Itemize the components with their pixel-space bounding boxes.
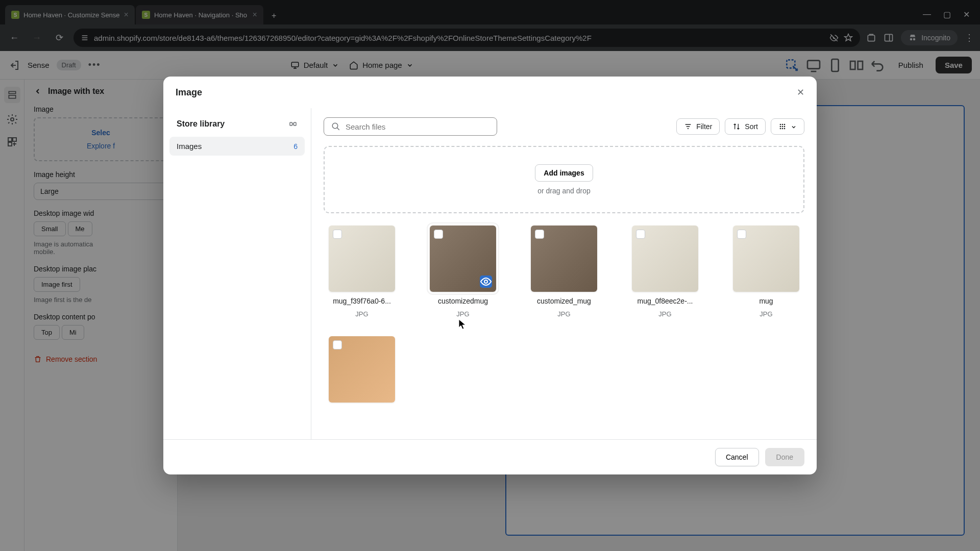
image-type: JPG xyxy=(557,310,570,318)
image-thumbnail[interactable] xyxy=(430,226,496,292)
svg-point-24 xyxy=(782,126,783,128)
image-grid-item[interactable]: mug_0f8eec2e-...JPG xyxy=(627,226,703,318)
search-icon xyxy=(331,122,340,131)
svg-point-21 xyxy=(782,124,783,126)
done-button: Done xyxy=(765,448,804,466)
image-thumbnail[interactable] xyxy=(329,226,395,292)
connector-icon[interactable] xyxy=(288,119,298,129)
modal-overlay: Image ✕ Store library Images 6 xyxy=(0,0,980,551)
image-type: JPG xyxy=(355,310,368,318)
svg-rect-18 xyxy=(294,122,297,126)
modal-sidebar: Store library Images 6 xyxy=(163,108,311,439)
svg-point-19 xyxy=(332,123,338,129)
image-grid-item[interactable]: mugJPG xyxy=(728,226,804,318)
modal-content: Filter Sort xyxy=(311,108,817,439)
filter-button[interactable]: Filter xyxy=(676,118,720,135)
grid-icon xyxy=(778,122,787,131)
close-icon[interactable]: ✕ xyxy=(797,87,804,98)
image-grid-item[interactable]: customizedmugJPG xyxy=(425,226,501,318)
svg-point-22 xyxy=(784,124,786,126)
filter-icon xyxy=(684,122,692,131)
image-name: mug_0f8eec2e-... xyxy=(638,297,693,305)
image-thumbnail[interactable] xyxy=(733,226,799,292)
filter-label: Filter xyxy=(696,122,712,131)
svg-rect-17 xyxy=(290,122,292,126)
chevron-down-icon xyxy=(791,123,797,130)
select-checkbox[interactable] xyxy=(333,230,342,239)
sort-button[interactable]: Sort xyxy=(725,118,766,135)
image-name: mug xyxy=(759,297,773,305)
search-input-wrapper[interactable] xyxy=(324,117,497,136)
image-grid-item[interactable]: customized_mugJPG xyxy=(526,226,602,318)
store-library-header: Store library xyxy=(169,114,305,134)
svg-point-25 xyxy=(784,126,786,128)
images-filter[interactable]: Images 6 xyxy=(169,137,305,156)
image-name: mug_f39f76a0-6... xyxy=(333,297,391,305)
sort-label: Sort xyxy=(745,122,758,131)
svg-point-28 xyxy=(784,128,786,130)
svg-point-23 xyxy=(780,126,781,128)
add-images-button[interactable]: Add images xyxy=(535,164,593,182)
image-name: customized_mug xyxy=(537,297,591,305)
svg-point-20 xyxy=(780,124,781,126)
image-grid: mug_f39f76a0-6...JPGcustomizedmugJPGcust… xyxy=(324,226,804,403)
sort-icon xyxy=(732,122,741,131)
view-toggle[interactable] xyxy=(771,118,804,135)
image-type: JPG xyxy=(456,310,469,318)
svg-point-26 xyxy=(780,128,781,130)
image-grid-item[interactable]: mug_f39f76a0-6...JPG xyxy=(324,226,400,318)
drag-drop-hint: or drag and drop xyxy=(537,187,591,195)
image-grid-item[interactable] xyxy=(324,336,400,403)
image-type: JPG xyxy=(760,310,772,318)
select-checkbox[interactable] xyxy=(737,230,746,239)
select-checkbox[interactable] xyxy=(434,230,443,239)
preview-icon[interactable] xyxy=(480,276,492,288)
search-input[interactable] xyxy=(346,122,489,131)
select-checkbox[interactable] xyxy=(333,340,342,349)
modal-title: Image xyxy=(176,87,202,98)
select-checkbox[interactable] xyxy=(535,230,544,239)
svg-point-27 xyxy=(782,128,783,130)
image-name: customizedmug xyxy=(438,297,488,305)
svg-point-29 xyxy=(484,280,487,283)
image-thumbnail[interactable] xyxy=(531,226,597,292)
upload-dropzone[interactable]: Add images or drag and drop xyxy=(324,146,804,213)
cancel-button[interactable]: Cancel xyxy=(715,448,759,466)
images-count: 6 xyxy=(293,142,298,151)
image-picker-modal: Image ✕ Store library Images 6 xyxy=(163,77,817,474)
select-checkbox[interactable] xyxy=(636,230,645,239)
store-library-label: Store library xyxy=(177,119,225,129)
image-type: JPG xyxy=(658,310,671,318)
image-thumbnail[interactable] xyxy=(329,336,395,403)
images-label: Images xyxy=(177,142,202,151)
image-thumbnail[interactable] xyxy=(632,226,698,292)
